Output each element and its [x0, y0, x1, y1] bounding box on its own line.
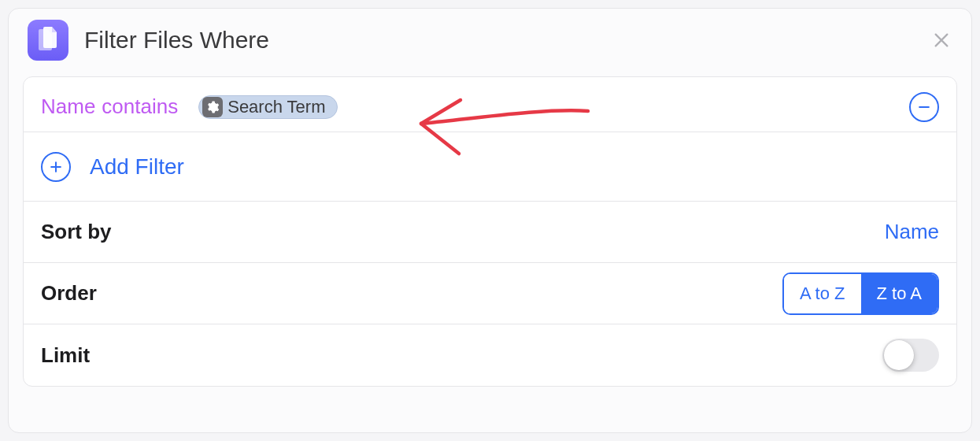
order-label: Order — [41, 281, 97, 306]
filter-row: Name contains Search Term — [24, 77, 956, 132]
sort-row: Sort by Name — [24, 202, 956, 263]
limit-label: Limit — [41, 343, 90, 368]
sort-value[interactable]: Name — [885, 220, 939, 244]
add-filter-label[interactable]: Add Filter — [90, 154, 184, 180]
close-button[interactable] — [930, 29, 952, 51]
remove-filter-button[interactable] — [909, 92, 939, 122]
filter-value-token[interactable]: Search Term — [198, 95, 337, 119]
add-filter-button[interactable] — [41, 152, 71, 182]
action-editor-card: Filter Files Where Name contains Search … — [8, 8, 972, 433]
order-row: Order A to Z Z to A — [24, 263, 956, 324]
gear-icon — [202, 97, 223, 117]
card-header: Filter Files Where — [9, 9, 971, 76]
sort-label: Sort by — [41, 220, 112, 244]
minus-icon — [916, 99, 932, 115]
filter-operator[interactable]: contains — [102, 94, 178, 119]
parameters-panel: Name contains Search Term — [23, 76, 957, 387]
limit-toggle[interactable] — [882, 339, 939, 372]
card-title: Filter Files Where — [84, 27, 930, 54]
close-icon — [933, 32, 950, 49]
order-option-asc[interactable]: A to Z — [784, 274, 860, 313]
filter-field[interactable]: Name — [41, 94, 95, 119]
files-app-icon — [28, 20, 68, 61]
add-filter-row: Add Filter — [24, 132, 956, 202]
limit-row: Limit — [24, 324, 956, 386]
order-option-desc[interactable]: Z to A — [861, 274, 937, 313]
plus-icon — [48, 159, 64, 175]
order-segmented-control: A to Z Z to A — [782, 272, 939, 315]
token-label: Search Term — [227, 97, 325, 117]
